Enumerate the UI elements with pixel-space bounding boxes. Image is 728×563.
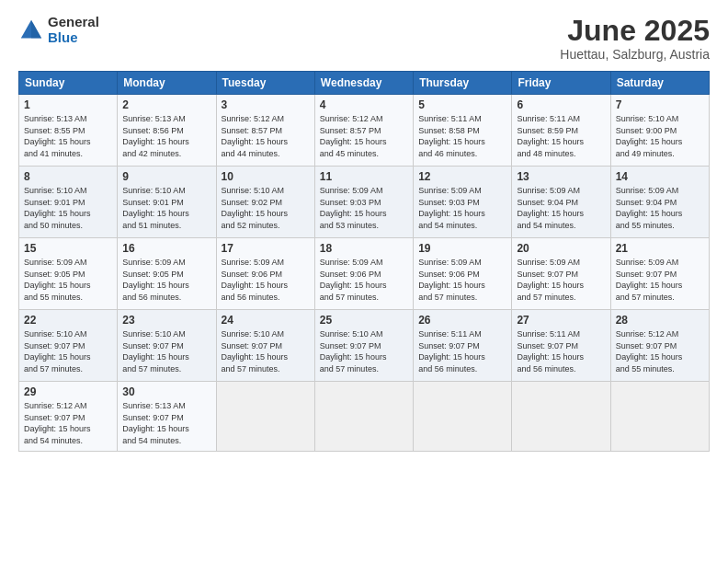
day-info: Sunrise: 5:09 AM Sunset: 9:07 PM Dayligh… [517, 257, 605, 303]
table-row: 29Sunrise: 5:12 AM Sunset: 9:07 PM Dayli… [19, 382, 118, 451]
calendar-table: Sunday Monday Tuesday Wednesday Thursday… [18, 71, 710, 451]
table-row [414, 382, 512, 451]
day-number: 27 [517, 314, 605, 327]
day-number: 24 [222, 314, 310, 327]
table-row: 17Sunrise: 5:09 AM Sunset: 9:06 PM Dayli… [216, 238, 314, 310]
day-info: Sunrise: 5:10 AM Sunset: 9:07 PM Dayligh… [122, 328, 210, 374]
day-number: 6 [517, 98, 605, 111]
day-number: 15 [24, 242, 112, 255]
day-info: Sunrise: 5:09 AM Sunset: 9:03 PM Dayligh… [418, 185, 506, 231]
table-row: 28Sunrise: 5:12 AM Sunset: 9:07 PM Dayli… [610, 310, 709, 382]
day-number: 3 [222, 98, 310, 111]
col-tuesday: Tuesday [216, 72, 314, 95]
table-row: 24Sunrise: 5:10 AM Sunset: 9:07 PM Dayli… [216, 310, 314, 382]
day-number: 19 [418, 242, 506, 255]
day-info: Sunrise: 5:09 AM Sunset: 9:07 PM Dayligh… [616, 257, 704, 303]
table-row: 20Sunrise: 5:09 AM Sunset: 9:07 PM Dayli… [512, 238, 610, 310]
day-info: Sunrise: 5:10 AM Sunset: 9:01 PM Dayligh… [122, 185, 210, 231]
day-info: Sunrise: 5:09 AM Sunset: 9:04 PM Dayligh… [616, 185, 704, 231]
table-row [314, 382, 413, 451]
day-number: 28 [616, 314, 704, 327]
col-friday: Friday [512, 72, 610, 95]
col-wednesday: Wednesday [314, 72, 413, 95]
table-row: 22Sunrise: 5:10 AM Sunset: 9:07 PM Dayli… [19, 310, 118, 382]
day-number: 18 [320, 242, 408, 255]
calendar-subtitle: Huettau, Salzburg, Austria [560, 47, 710, 62]
day-number: 30 [122, 385, 210, 398]
day-number: 5 [418, 98, 506, 111]
table-row: 23Sunrise: 5:10 AM Sunset: 9:07 PM Dayli… [118, 310, 216, 382]
day-info: Sunrise: 5:09 AM Sunset: 9:06 PM Dayligh… [320, 257, 408, 303]
day-info: Sunrise: 5:13 AM Sunset: 8:55 PM Dayligh… [24, 113, 112, 159]
day-info: Sunrise: 5:09 AM Sunset: 9:05 PM Dayligh… [24, 257, 112, 303]
day-info: Sunrise: 5:11 AM Sunset: 8:58 PM Dayligh… [418, 113, 506, 159]
table-row: 15Sunrise: 5:09 AM Sunset: 9:05 PM Dayli… [19, 238, 118, 310]
day-info: Sunrise: 5:09 AM Sunset: 9:06 PM Dayligh… [418, 257, 506, 303]
table-row: 26Sunrise: 5:11 AM Sunset: 9:07 PM Dayli… [414, 310, 512, 382]
day-number: 11 [320, 170, 408, 183]
day-number: 25 [320, 314, 408, 327]
day-info: Sunrise: 5:12 AM Sunset: 9:07 PM Dayligh… [24, 400, 112, 446]
page: General Blue June 2025 Huettau, Salzburg… [0, 0, 728, 563]
table-row: 3Sunrise: 5:12 AM Sunset: 8:57 PM Daylig… [216, 95, 314, 167]
day-info: Sunrise: 5:10 AM Sunset: 9:02 PM Dayligh… [222, 185, 310, 231]
day-number: 29 [24, 385, 112, 398]
day-info: Sunrise: 5:11 AM Sunset: 8:59 PM Dayligh… [517, 113, 605, 159]
calendar-title: June 2025 [560, 15, 710, 47]
col-sunday: Sunday [19, 72, 118, 95]
day-number: 10 [222, 170, 310, 183]
logo-general-text: General [48, 15, 99, 30]
day-number: 9 [122, 170, 210, 183]
table-row: 6Sunrise: 5:11 AM Sunset: 8:59 PM Daylig… [512, 95, 610, 167]
day-number: 4 [320, 98, 408, 111]
table-row: 19Sunrise: 5:09 AM Sunset: 9:06 PM Dayli… [414, 238, 512, 310]
table-row: 10Sunrise: 5:10 AM Sunset: 9:02 PM Dayli… [216, 167, 314, 238]
table-row: 25Sunrise: 5:10 AM Sunset: 9:07 PM Dayli… [314, 310, 413, 382]
table-row: 18Sunrise: 5:09 AM Sunset: 9:06 PM Dayli… [314, 238, 413, 310]
day-info: Sunrise: 5:12 AM Sunset: 9:07 PM Dayligh… [616, 328, 704, 374]
day-number: 22 [24, 314, 112, 327]
table-row [512, 382, 610, 451]
day-info: Sunrise: 5:12 AM Sunset: 8:57 PM Dayligh… [222, 113, 310, 159]
title-block: June 2025 Huettau, Salzburg, Austria [560, 15, 710, 62]
day-number: 14 [616, 170, 704, 183]
header-row: Sunday Monday Tuesday Wednesday Thursday… [19, 72, 710, 95]
day-number: 8 [24, 170, 112, 183]
table-row: 7Sunrise: 5:10 AM Sunset: 9:00 PM Daylig… [610, 95, 709, 167]
header: General Blue June 2025 Huettau, Salzburg… [18, 15, 710, 62]
table-row: 30Sunrise: 5:13 AM Sunset: 9:07 PM Dayli… [118, 382, 216, 451]
day-number: 16 [122, 242, 210, 255]
table-row: 14Sunrise: 5:09 AM Sunset: 9:04 PM Dayli… [610, 167, 709, 238]
day-number: 1 [24, 98, 112, 111]
table-row [216, 382, 314, 451]
table-row: 1Sunrise: 5:13 AM Sunset: 8:55 PM Daylig… [19, 95, 118, 167]
day-info: Sunrise: 5:10 AM Sunset: 9:00 PM Dayligh… [616, 113, 704, 159]
day-number: 23 [122, 314, 210, 327]
table-row: 16Sunrise: 5:09 AM Sunset: 9:05 PM Dayli… [118, 238, 216, 310]
day-info: Sunrise: 5:10 AM Sunset: 9:07 PM Dayligh… [222, 328, 310, 374]
logo-icon [18, 17, 44, 43]
table-row: 27Sunrise: 5:11 AM Sunset: 9:07 PM Dayli… [512, 310, 610, 382]
table-row: 11Sunrise: 5:09 AM Sunset: 9:03 PM Dayli… [314, 167, 413, 238]
day-number: 21 [616, 242, 704, 255]
day-number: 20 [517, 242, 605, 255]
day-number: 26 [418, 314, 506, 327]
day-info: Sunrise: 5:13 AM Sunset: 8:56 PM Dayligh… [122, 113, 210, 159]
day-info: Sunrise: 5:09 AM Sunset: 9:04 PM Dayligh… [517, 185, 605, 231]
day-info: Sunrise: 5:11 AM Sunset: 9:07 PM Dayligh… [418, 328, 506, 374]
day-info: Sunrise: 5:13 AM Sunset: 9:07 PM Dayligh… [122, 400, 210, 446]
table-row: 4Sunrise: 5:12 AM Sunset: 8:57 PM Daylig… [314, 95, 413, 167]
day-info: Sunrise: 5:11 AM Sunset: 9:07 PM Dayligh… [517, 328, 605, 374]
day-info: Sunrise: 5:12 AM Sunset: 8:57 PM Dayligh… [320, 113, 408, 159]
table-row: 21Sunrise: 5:09 AM Sunset: 9:07 PM Dayli… [610, 238, 709, 310]
day-number: 13 [517, 170, 605, 183]
table-row: 5Sunrise: 5:11 AM Sunset: 8:58 PM Daylig… [414, 95, 512, 167]
day-info: Sunrise: 5:09 AM Sunset: 9:05 PM Dayligh… [122, 257, 210, 303]
logo: General Blue [18, 15, 99, 45]
day-info: Sunrise: 5:09 AM Sunset: 9:06 PM Dayligh… [222, 257, 310, 303]
day-number: 12 [418, 170, 506, 183]
day-info: Sunrise: 5:10 AM Sunset: 9:01 PM Dayligh… [24, 185, 112, 231]
day-number: 17 [222, 242, 310, 255]
col-thursday: Thursday [414, 72, 512, 95]
col-monday: Monday [118, 72, 216, 95]
